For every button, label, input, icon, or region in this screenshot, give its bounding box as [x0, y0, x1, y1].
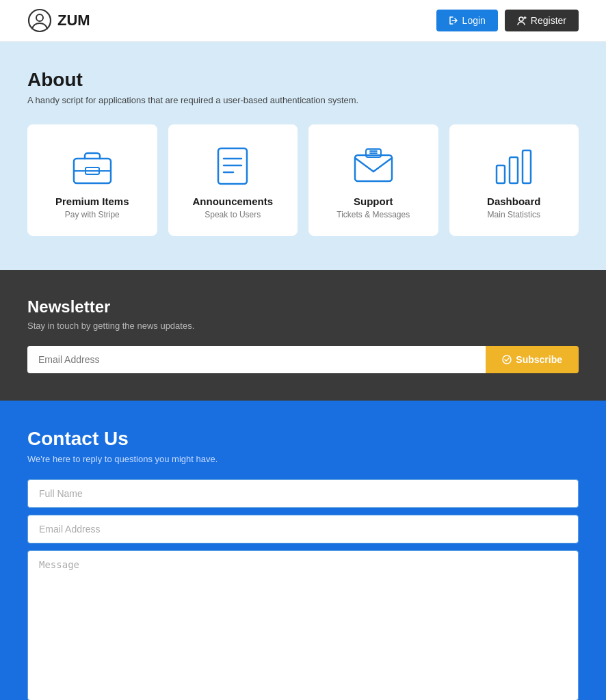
- feature-card-support: Support Tickets & Messages: [308, 124, 438, 236]
- support-title: Support: [354, 196, 393, 207]
- brand-logo: ZUM: [27, 8, 90, 33]
- svg-rect-15: [510, 157, 518, 183]
- newsletter-form: Subscribe: [27, 346, 579, 373]
- register-button[interactable]: Register: [505, 10, 579, 31]
- chart-icon: [490, 145, 538, 186]
- contact-form: Send Message: [27, 479, 579, 700]
- svg-point-1: [36, 14, 43, 21]
- svg-rect-10: [355, 155, 392, 181]
- svg-point-2: [519, 17, 523, 21]
- about-section: About A handy script for applications th…: [0, 42, 606, 270]
- newsletter-subtitle: Stay in touch by getting the news update…: [27, 321, 579, 331]
- premium-title: Premium Items: [55, 196, 129, 207]
- newsletter-title: Newsletter: [27, 297, 579, 317]
- dashboard-subtitle: Main Statistics: [488, 210, 540, 219]
- announcements-subtitle: Speak to Users: [205, 210, 261, 219]
- login-icon: [449, 16, 458, 25]
- check-circle-icon: [502, 355, 512, 364]
- about-subtitle: A handy script for applications that are…: [27, 95, 579, 105]
- register-icon: [517, 16, 527, 25]
- newsletter-email-input[interactable]: [27, 346, 486, 373]
- contact-section: Contact Us We're here to reply to questi…: [0, 401, 606, 700]
- newsletter-section: Newsletter Stay in touch by getting the …: [0, 270, 606, 401]
- contact-email-input[interactable]: [27, 515, 579, 543]
- svg-rect-14: [497, 165, 505, 183]
- svg-rect-16: [523, 150, 531, 183]
- contact-subtitle: We're here to reply to questions you mig…: [27, 454, 579, 464]
- contact-name-input[interactable]: [27, 479, 579, 508]
- contact-title: Contact Us: [27, 428, 579, 450]
- briefcase-icon: [68, 145, 116, 186]
- navbar: ZUM Login Register: [0, 0, 606, 42]
- envelope-icon: [350, 145, 397, 186]
- subscribe-button[interactable]: Subscribe: [486, 346, 579, 373]
- login-button[interactable]: Login: [436, 10, 498, 31]
- premium-subtitle: Pay with Stripe: [65, 210, 120, 219]
- nav-buttons: Login Register: [436, 10, 579, 31]
- support-subtitle: Tickets & Messages: [337, 210, 410, 219]
- feature-cards: Premium Items Pay with Stripe Announceme…: [27, 124, 579, 236]
- user-circle-icon: [27, 8, 52, 33]
- dashboard-title: Dashboard: [487, 196, 540, 207]
- announcements-title: Announcements: [192, 196, 273, 207]
- feature-card-announcements: Announcements Speak to Users: [168, 124, 298, 236]
- brand-name: ZUM: [57, 12, 90, 29]
- feature-card-premium: Premium Items Pay with Stripe: [27, 124, 157, 236]
- feature-card-dashboard: Dashboard Main Statistics: [449, 124, 579, 236]
- about-title: About: [27, 69, 579, 91]
- document-icon: [209, 145, 256, 186]
- contact-message-textarea[interactable]: [27, 550, 579, 700]
